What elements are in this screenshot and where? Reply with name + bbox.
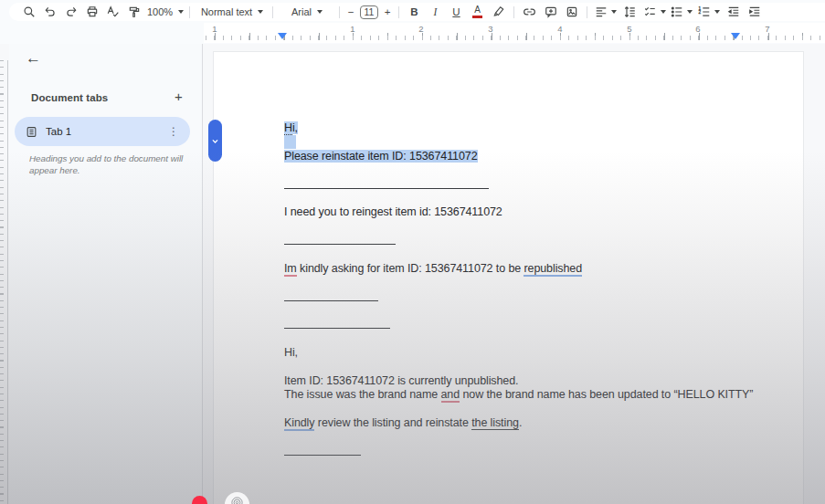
redo-button[interactable]	[60, 4, 81, 20]
text-line	[284, 192, 785, 205]
align-select[interactable]	[592, 4, 619, 20]
align-left-icon	[595, 5, 608, 18]
decrease-indent-button[interactable]	[723, 4, 744, 20]
text-segment: The issue was the brand name	[284, 388, 441, 401]
kebab-menu-icon[interactable]: ⋮	[168, 125, 179, 138]
underline-button[interactable]: U	[446, 4, 467, 20]
insert-image-button[interactable]	[561, 4, 582, 20]
text-line	[284, 445, 785, 458]
highlighter-icon	[492, 5, 505, 18]
text-style-value: Normal text	[199, 6, 254, 17]
ruler-number: 7	[765, 24, 769, 34]
text-line: The issue was the brand name and now the…	[284, 388, 785, 402]
line-spacing-button[interactable]	[619, 4, 640, 20]
bold-icon: B	[410, 6, 418, 17]
search-button[interactable]	[18, 4, 39, 20]
text-segment: kindly asking for item ID: 15367411072 t…	[297, 262, 524, 275]
text-line	[284, 248, 785, 262]
text-segment: now the brand name has been updated to “…	[460, 388, 753, 401]
text-line	[284, 135, 785, 149]
text-line: Hi,	[284, 121, 785, 135]
selection-block	[284, 135, 296, 149]
text-segment: Item ID: 15367411072 is currently unpubl…	[284, 374, 518, 387]
document-page[interactable]: Hi,Please reinstate item ID: 15367411072…	[214, 52, 803, 504]
document-icon	[26, 126, 37, 138]
undo-icon	[44, 5, 57, 18]
bold-button[interactable]: B	[404, 4, 425, 20]
chevron-down-icon	[611, 10, 617, 14]
toolbar-divider	[587, 6, 587, 18]
spell-check-icon	[106, 5, 120, 18]
paint-format-button[interactable]	[123, 4, 144, 20]
add-comment-icon	[545, 5, 557, 18]
horizontal-rule	[284, 178, 489, 189]
ruler-number: 5	[627, 24, 631, 34]
italic-button[interactable]: I	[425, 4, 446, 20]
text-line	[284, 234, 785, 247]
indent-marker[interactable]	[731, 33, 740, 39]
chevron-down-icon	[211, 132, 219, 149]
sidebar-item-tab1[interactable]: Tab 1 ⋮	[15, 117, 190, 146]
toolbar-divider	[513, 6, 514, 18]
minus-icon: −	[348, 6, 354, 17]
font-size-input[interactable]: 11	[360, 5, 378, 19]
font-family-select[interactable]: Arial	[278, 4, 334, 20]
text-segment: republished	[524, 262, 582, 277]
tab-label: Tab 1	[46, 126, 168, 137]
ruler-numbers: 11234567	[204, 23, 825, 43]
numbered-list-select[interactable]: 12	[695, 4, 723, 20]
ruler-number: 2	[418, 24, 423, 34]
horizontal-rule	[284, 234, 396, 245]
vertical-ruler	[0, 60, 8, 504]
text-line: Im kindly asking for item ID: 1536741107…	[284, 262, 785, 276]
chevron-down-icon	[258, 10, 263, 14]
text-line: Item ID: 15367411072 is currently unpubl…	[284, 374, 785, 388]
insert-link-button[interactable]	[519, 4, 540, 20]
spiral-icon	[230, 496, 244, 504]
bulleted-list-select[interactable]	[668, 4, 695, 20]
spell-check-button[interactable]	[102, 4, 123, 20]
toolbar-divider	[189, 6, 190, 18]
print-button[interactable]	[81, 4, 102, 20]
print-icon	[86, 5, 99, 18]
highlight-color-button[interactable]	[488, 4, 509, 20]
text-line: I need you to reingest item id: 15367411…	[284, 205, 785, 219]
ruler-number: 1	[212, 24, 217, 34]
add-comment-button[interactable]	[540, 4, 561, 20]
chevron-down-icon	[687, 10, 693, 14]
chevron-down-icon	[178, 10, 184, 14]
horizontal-ruler: 11234567	[204, 23, 825, 43]
checklist-select[interactable]	[640, 4, 668, 20]
redo-icon	[65, 5, 78, 18]
text-style-select[interactable]: Normal text	[195, 4, 268, 20]
font-size-decrease-button[interactable]: −	[344, 4, 357, 20]
indent-marker[interactable]	[278, 33, 287, 39]
sidebar-collapse-handle[interactable]	[208, 120, 222, 162]
text-line: Please reinstate item ID: 15367411072	[284, 150, 785, 163]
text-line	[284, 276, 785, 289]
add-tab-button[interactable]: +	[175, 89, 183, 104]
text-line	[284, 163, 785, 177]
horizontal-rule	[284, 318, 390, 329]
back-button[interactable]: ←	[26, 49, 41, 68]
sidebar-title: Document tabs	[31, 92, 108, 103]
text-line	[284, 220, 785, 234]
app-chrome: 100% Normal text Arial − 11 + B I U	[0, 0, 825, 44]
svg-text:2: 2	[699, 10, 702, 15]
ruler-number: 6	[695, 24, 700, 34]
font-size-increase-button[interactable]: +	[381, 4, 394, 20]
search-icon	[23, 5, 36, 18]
insert-image-icon	[566, 5, 578, 18]
ruler-number: 1	[350, 24, 354, 34]
headings-hint: Headings you add to the document will ap…	[29, 152, 186, 176]
increase-indent-button[interactable]	[744, 4, 765, 20]
text-line	[284, 403, 785, 416]
ruler-number: 4	[557, 24, 562, 34]
toolbar: 100% Normal text Arial − 11 + B I U	[9, 3, 825, 21]
zoom-select[interactable]: 100%	[144, 4, 185, 20]
undo-button[interactable]	[39, 4, 60, 20]
line-spacing-icon	[623, 5, 637, 18]
text-line	[284, 290, 785, 304]
decrease-indent-icon	[727, 5, 740, 18]
text-color-button[interactable]: A	[467, 4, 488, 20]
